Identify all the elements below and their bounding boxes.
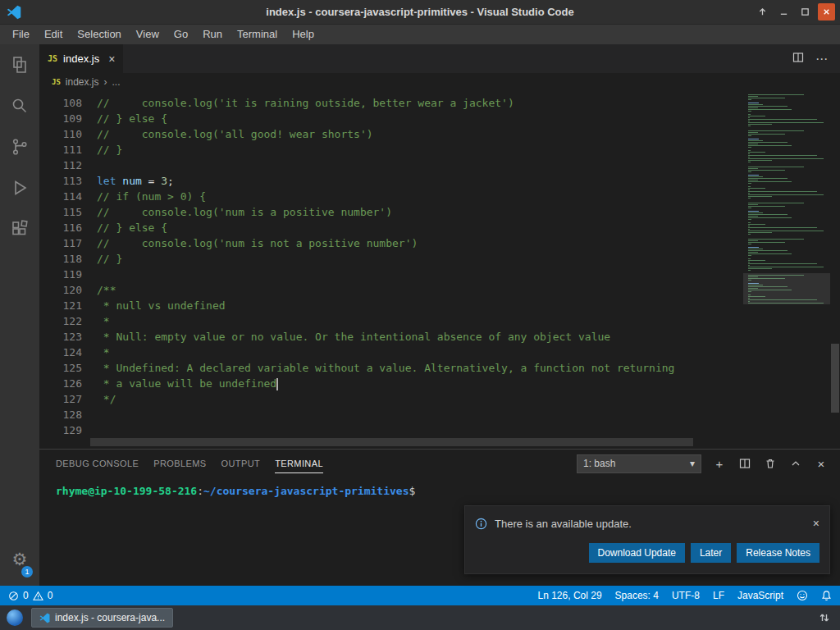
code-line-124[interactable]: 124 * bbox=[39, 345, 743, 360]
firefox-icon[interactable] bbox=[7, 609, 23, 626]
code-line-115[interactable]: 115// console.log('num is a positive num… bbox=[39, 204, 743, 220]
kill-terminal-icon[interactable] bbox=[763, 456, 778, 471]
code-area[interactable]: 108// console.log('it is raining outside… bbox=[39, 91, 743, 449]
minimap-slider[interactable] bbox=[743, 273, 830, 304]
line-number: 126 bbox=[39, 376, 82, 391]
menu-item-file[interactable]: File bbox=[5, 25, 37, 44]
code-line-112[interactable]: 112 bbox=[39, 158, 743, 173]
tab-close-icon[interactable]: × bbox=[108, 52, 115, 66]
code-line-121[interactable]: 121 * null vs undefined bbox=[39, 298, 743, 313]
line-content bbox=[82, 267, 97, 282]
minimap[interactable] bbox=[743, 91, 830, 449]
search-icon[interactable] bbox=[0, 85, 39, 126]
menu-item-edit[interactable]: Edit bbox=[37, 25, 70, 44]
menu-item-selection[interactable]: Selection bbox=[70, 25, 128, 44]
line-content: * null vs undefined bbox=[82, 298, 226, 313]
status-language-mode[interactable]: JavaScript bbox=[737, 590, 783, 601]
line-number: 117 bbox=[39, 235, 82, 251]
status-indentation[interactable]: Spaces: 4 bbox=[615, 590, 659, 601]
feedback-smiley-icon[interactable] bbox=[797, 590, 808, 601]
panel-tab-output[interactable]: OUTPUT bbox=[221, 454, 261, 473]
code-line-123[interactable]: 123 * Null: empty value or no value. Or … bbox=[39, 329, 743, 345]
panel-tab-terminal[interactable]: TERMINAL bbox=[275, 454, 323, 473]
menu-item-run[interactable]: Run bbox=[195, 25, 230, 44]
taskbar-indicator-icon[interactable] bbox=[819, 612, 833, 623]
code-line-111[interactable]: 111// } bbox=[39, 142, 743, 158]
code-line-116[interactable]: 116// } else { bbox=[39, 220, 743, 235]
minimize-icon[interactable] bbox=[775, 3, 792, 21]
tab-index-js[interactable]: JS index.js × bbox=[39, 44, 124, 73]
javascript-file-icon: JS bbox=[52, 78, 61, 86]
error-count: 0 bbox=[23, 590, 29, 601]
code-line-126[interactable]: 126 * a value will be undefined bbox=[39, 376, 743, 391]
line-number: 120 bbox=[39, 282, 82, 298]
terminal-cwd: ~/coursera-javascript-primitives bbox=[203, 485, 409, 497]
line-content: // console.log('num is not a positive nu… bbox=[82, 235, 418, 251]
split-editor-icon[interactable] bbox=[792, 52, 804, 66]
code-line-110[interactable]: 110// console.log('all good! wear shorts… bbox=[39, 126, 743, 142]
split-terminal-icon[interactable] bbox=[737, 456, 752, 471]
download-update-button[interactable]: Download Update bbox=[589, 543, 685, 563]
line-number: 122 bbox=[39, 313, 82, 329]
code-line-109[interactable]: 109// } else { bbox=[39, 111, 743, 126]
settings-gear-icon[interactable]: ⚙ 1 bbox=[0, 541, 39, 578]
line-content: // console.log('it is raining outside, b… bbox=[82, 95, 514, 111]
workbench: ⚙ 1 JS index.js × ⋯ bbox=[0, 44, 840, 586]
source-control-icon[interactable] bbox=[0, 126, 39, 167]
vertical-scrollbar-handle[interactable] bbox=[831, 344, 839, 413]
menu-item-view[interactable]: View bbox=[129, 25, 167, 44]
breadcrumb-more[interactable]: ... bbox=[112, 76, 121, 88]
code-line-117[interactable]: 117// console.log('num is not a positive… bbox=[39, 235, 743, 251]
horizontal-scrollbar[interactable] bbox=[90, 438, 693, 446]
window-up-icon[interactable] bbox=[754, 3, 771, 21]
breadcrumb[interactable]: JS index.js › ... bbox=[39, 73, 840, 91]
breadcrumb-file[interactable]: index.js bbox=[66, 76, 99, 88]
tab-label: index.js bbox=[63, 52, 99, 65]
panel-tab-problems[interactable]: PROBLEMS bbox=[153, 454, 206, 473]
maximize-panel-icon[interactable] bbox=[788, 456, 803, 471]
taskbar-window-button[interactable]: index.js - coursera-java... bbox=[31, 608, 173, 628]
close-window-icon[interactable] bbox=[818, 3, 835, 21]
taskbar-window-label: index.js - coursera-java... bbox=[55, 612, 165, 623]
code-line-127[interactable]: 127 */ bbox=[39, 391, 743, 407]
explorer-icon[interactable] bbox=[0, 44, 39, 85]
line-number: 111 bbox=[39, 142, 82, 158]
problems-status[interactable]: 0 0 bbox=[8, 590, 52, 601]
release-notes-button[interactable]: Release Notes bbox=[737, 543, 819, 563]
menu-item-terminal[interactable]: Terminal bbox=[230, 25, 285, 44]
line-content: // console.log('num is a positive number… bbox=[82, 204, 392, 220]
terminal-select[interactable]: 1: bash ▾ bbox=[577, 454, 701, 473]
vscode-logo-icon bbox=[39, 613, 50, 623]
line-number: 109 bbox=[39, 111, 82, 126]
code-line-122[interactable]: 122 * bbox=[39, 313, 743, 329]
vertical-scrollbar[interactable] bbox=[830, 91, 840, 449]
close-notification-icon[interactable]: × bbox=[813, 517, 819, 530]
code-line-125[interactable]: 125 * Undefined: A declared variable wit… bbox=[39, 360, 743, 376]
breadcrumb-separator: › bbox=[104, 76, 107, 88]
menu-item-help[interactable]: Help bbox=[285, 25, 322, 44]
code-line-128[interactable]: 128 bbox=[39, 407, 743, 422]
close-panel-icon[interactable]: × bbox=[814, 456, 829, 471]
notifications-bell-icon[interactable] bbox=[821, 590, 832, 601]
status-encoding[interactable]: UTF-8 bbox=[672, 590, 700, 601]
code-line-119[interactable]: 119 bbox=[39, 267, 743, 282]
extensions-icon[interactable] bbox=[0, 208, 39, 249]
panel-tab-debug-console[interactable]: DEBUG CONSOLE bbox=[56, 454, 139, 473]
code-line-114[interactable]: 114// if (num > 0) { bbox=[39, 189, 743, 204]
more-actions-icon[interactable]: ⋯ bbox=[815, 52, 829, 66]
later-button[interactable]: Later bbox=[691, 543, 731, 563]
run-debug-icon[interactable] bbox=[0, 167, 39, 208]
status-eol[interactable]: LF bbox=[713, 590, 724, 601]
code-line-108[interactable]: 108// console.log('it is raining outside… bbox=[39, 95, 743, 111]
new-terminal-icon[interactable]: + bbox=[712, 456, 727, 471]
panel-actions: 1: bash ▾ + × bbox=[577, 454, 829, 473]
maximize-icon[interactable] bbox=[797, 3, 814, 21]
code-line-120[interactable]: 120/** bbox=[39, 282, 743, 298]
code-line-113[interactable]: 113let num = 3; bbox=[39, 173, 743, 189]
line-number: 124 bbox=[39, 345, 82, 360]
code-line-129[interactable]: 129 bbox=[39, 422, 743, 438]
code-line-118[interactable]: 118// } bbox=[39, 251, 743, 267]
line-content: * bbox=[82, 345, 110, 360]
status-cursor-position[interactable]: Ln 126, Col 29 bbox=[538, 590, 602, 601]
menu-item-go[interactable]: Go bbox=[167, 25, 195, 44]
